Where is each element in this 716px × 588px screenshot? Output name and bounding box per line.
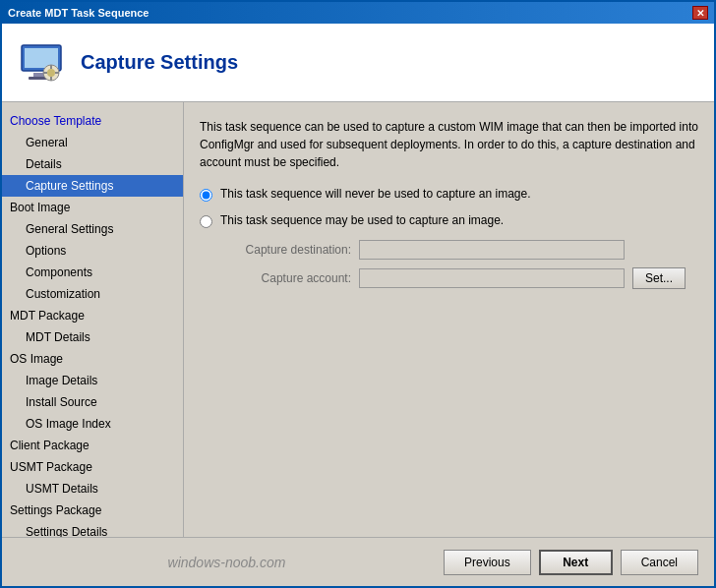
capture-destination-row: Capture destination: [223,240,698,260]
sidebar-item-os-image-index[interactable]: OS Image Index [2,413,183,435]
svg-point-5 [47,69,55,77]
capture-account-row: Capture account: Set... [223,267,698,289]
svg-rect-8 [43,72,47,74]
sidebar-item-choose-template[interactable]: Choose Template [2,110,183,132]
sidebar-item-capture-settings[interactable]: Capture Settings [2,175,183,197]
svg-rect-7 [50,77,52,81]
capture-fields: Capture destination: Capture account: Se… [223,240,698,289]
sidebar-item-customization[interactable]: Customization [2,283,183,305]
footer-area: windows-noob.com Previous Next Cancel [2,537,714,586]
capture-account-input[interactable] [359,268,625,288]
footer-watermark: windows-noob.com [18,555,436,570]
svg-rect-9 [55,72,59,74]
radio-may-label: This task sequence may be used to captur… [220,213,504,227]
sidebar-item-install-source[interactable]: Install Source [2,391,183,413]
capture-destination-input[interactable] [359,240,625,260]
sidebar-item-image-details[interactable]: Image Details [2,370,183,391]
sidebar-item-os-image[interactable]: OS Image [2,348,183,370]
sidebar-item-mdt-package[interactable]: MDT Package [2,305,183,326]
cancel-button[interactable]: Cancel [621,550,698,575]
title-bar: Create MDT Task Sequence ✕ [2,2,714,24]
sidebar-item-client-package[interactable]: Client Package [2,435,183,456]
window-title: Create MDT Task Sequence [8,7,149,19]
capture-destination-label: Capture destination: [223,243,351,257]
sidebar: Choose Template General Details Capture … [2,102,184,537]
radio-never-input[interactable] [200,189,212,202]
sidebar-item-settings-package[interactable]: Settings Package [2,500,183,521]
previous-button[interactable]: Previous [444,550,531,575]
page-title: Capture Settings [81,51,238,74]
description-text: This task sequence can be used to captur… [200,118,698,171]
main-panel: This task sequence can be used to captur… [184,102,714,537]
sidebar-item-general-settings[interactable]: General Settings [2,218,183,240]
sidebar-item-options[interactable]: Options [2,240,183,262]
sidebar-item-details[interactable]: Details [2,153,183,175]
svg-rect-6 [50,65,52,69]
radio-option-may: This task sequence may be used to captur… [200,213,698,228]
next-button[interactable]: Next [539,550,613,575]
sidebar-item-components[interactable]: Components [2,262,183,283]
sidebar-item-usmt-details[interactable]: USMT Details [2,478,183,500]
content-area: Choose Template General Details Capture … [2,102,714,537]
radio-never-label: This task sequence will never be used to… [220,187,531,201]
header-area: Capture Settings [2,24,714,102]
close-button[interactable]: ✕ [692,6,708,20]
sidebar-item-boot-image[interactable]: Boot Image [2,197,183,218]
sidebar-item-mdt-details[interactable]: MDT Details [2,326,183,348]
sidebar-item-usmt-package[interactable]: USMT Package [2,456,183,478]
sidebar-item-settings-details[interactable]: Settings Details [2,521,183,537]
header-icon [18,39,65,87]
radio-option-never: This task sequence will never be used to… [200,187,698,202]
main-window: Create MDT Task Sequence ✕ Capture Setti… [0,0,716,588]
radio-may-input[interactable] [200,215,212,228]
radio-group: This task sequence will never be used to… [200,187,698,289]
sidebar-item-general[interactable]: General [2,132,183,153]
set-button[interactable]: Set... [632,267,686,289]
capture-account-label: Capture account: [223,271,351,285]
